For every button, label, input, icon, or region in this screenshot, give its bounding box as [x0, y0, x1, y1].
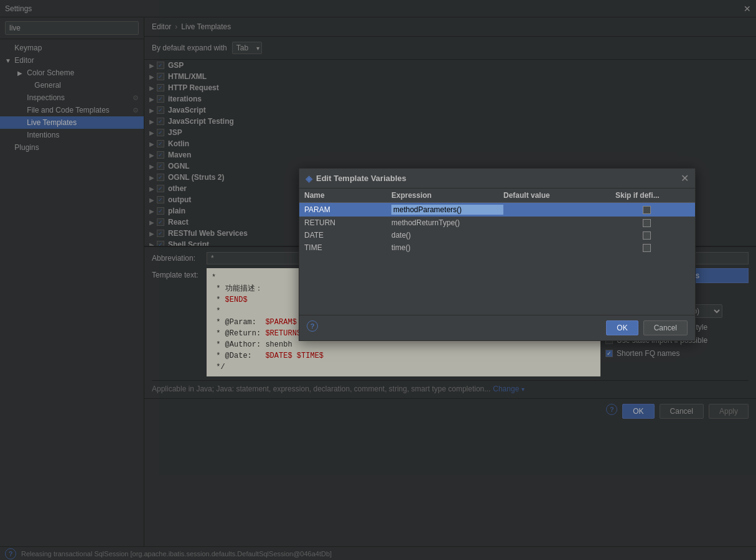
- skip-checkbox-return[interactable]: [643, 219, 651, 227]
- cell-skip-return[interactable]: [615, 219, 678, 227]
- col-name: Name: [304, 191, 391, 200]
- table-row-time[interactable]: TIME time(): [299, 241, 695, 254]
- table-row-param[interactable]: PARAM methodParameters(): [299, 203, 695, 217]
- modal-buttons: ? OK Cancel: [299, 315, 695, 340]
- skip-checkbox-date[interactable]: [643, 231, 651, 240]
- skip-checkbox-param[interactable]: [643, 206, 651, 214]
- cell-skip-param[interactable]: [615, 206, 678, 214]
- modal-table-header: Name Expression Default value Skip if de…: [299, 189, 695, 203]
- modal-help-button[interactable]: ?: [307, 320, 318, 332]
- modal-overlay[interactable]: ◈ Edit Template Variables ✕ Name Express…: [0, 0, 756, 560]
- modal-title: Edit Template Variables: [316, 174, 677, 183]
- col-scroll: [678, 191, 690, 200]
- cell-name-date: DATE: [304, 231, 391, 240]
- cell-expr-date: date(): [391, 231, 503, 240]
- col-default-value: Default value: [503, 191, 615, 200]
- cell-skip-date[interactable]: [615, 231, 678, 240]
- table-row-date[interactable]: DATE date(): [299, 229, 695, 241]
- cell-skip-time[interactable]: [615, 244, 678, 252]
- cell-expr-time: time(): [391, 243, 503, 252]
- cell-expr-return: methodReturnType(): [391, 218, 503, 227]
- table-row-return[interactable]: RETURN methodReturnType(): [299, 217, 695, 229]
- modal-cancel-button[interactable]: Cancel: [643, 320, 688, 335]
- skip-checkbox-time[interactable]: [643, 244, 651, 252]
- modal-dialog: ◈ Edit Template Variables ✕ Name Express…: [299, 168, 696, 341]
- col-skip: Skip if defi...: [615, 191, 678, 200]
- cell-name-time: TIME: [304, 243, 391, 252]
- col-expression: Expression: [391, 191, 503, 200]
- cell-expr-param: methodParameters(): [391, 205, 503, 215]
- modal-close-button[interactable]: ✕: [681, 172, 689, 184]
- cell-name-param: PARAM: [304, 205, 391, 214]
- modal-title-bar: ◈ Edit Template Variables ✕: [299, 169, 695, 189]
- cell-name-return: RETURN: [304, 218, 391, 227]
- modal-ok-button[interactable]: OK: [606, 320, 638, 335]
- modal-table-body: PARAM methodParameters() RETURN methodRe…: [299, 203, 695, 315]
- modal-icon: ◈: [306, 174, 312, 184]
